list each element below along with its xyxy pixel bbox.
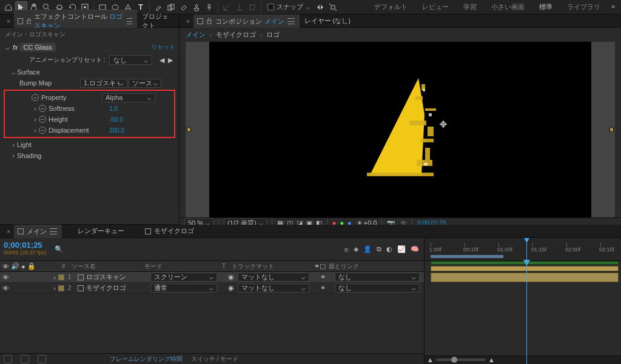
hide-shy-icon[interactable]: 👤 <box>363 245 372 253</box>
timeline-layer-row[interactable]: 👁 › 1 ロゴスキャン スクリーン⌵ ◉ マットなし⌵ ⚭ なし⌵ <box>0 272 424 283</box>
tab-close[interactable]: × <box>2 16 13 27</box>
show-snapshot-icon[interactable]: 👁 <box>400 219 407 227</box>
svg-rect-21 <box>27 21 31 24</box>
tab-timeline-main[interactable]: メイン <box>14 225 62 238</box>
displacement-value[interactable]: 200.0 <box>109 127 124 134</box>
visibility-toggle[interactable]: 👁 <box>2 274 10 281</box>
matte-toggle[interactable]: ◉ <box>228 273 234 281</box>
tab-layer[interactable]: レイヤー (なし) <box>301 15 355 27</box>
tab-close[interactable]: × <box>182 16 192 27</box>
timeline-track-area[interactable]: 1:00f00:15f01:00f01:15f02:00f02:15f03:00… <box>425 238 621 364</box>
viewer-breadcrumb: メイン ‹ モザイクロゴ ‹ ロゴ <box>180 28 621 42</box>
toggle-switches[interactable] <box>4 355 12 363</box>
ws-tab-default[interactable]: デフォルト <box>367 0 415 14</box>
local-axis[interactable] <box>221 1 233 13</box>
anchor-point-icon[interactable] <box>440 121 447 128</box>
layer-handle-left[interactable] <box>187 128 191 132</box>
bump-map-src-select[interactable]: ソース⌵ <box>129 79 161 88</box>
bump-map-layer-select[interactable]: 1.ロゴスキャン⌵ <box>80 79 127 88</box>
svg-point-6 <box>112 5 118 10</box>
snap-checkbox[interactable]: スナップ ⌵ <box>267 2 310 12</box>
tab-close[interactable]: × <box>2 226 13 237</box>
timeline-tracks[interactable]: ▲▲ <box>425 261 621 364</box>
stopwatch-icon[interactable] <box>32 94 39 101</box>
preset-nav[interactable]: ◀▶ <box>158 56 174 64</box>
roto-tool[interactable] <box>190 1 203 13</box>
property-select[interactable]: Alpha⌵ <box>102 93 155 102</box>
draft3d-icon[interactable]: ◈ <box>354 245 358 253</box>
snapping-option2[interactable] <box>327 1 339 13</box>
visibility-toggle[interactable]: 👁 <box>2 285 10 292</box>
ws-tab-learn[interactable]: 学習 <box>456 0 484 14</box>
tab-composition[interactable]: コンポジション メイン <box>193 15 299 28</box>
timeline-zoom-slider[interactable]: ▲▲ <box>425 356 497 364</box>
timeline-layer-row[interactable]: 👁 › 2 モザイクロゴ 通常⌵ ◉ マットなし⌵ ⚭ なし⌵ <box>0 283 424 294</box>
svg-rect-18 <box>331 5 335 9</box>
ruler-tick-label: 02:15f <box>599 247 614 253</box>
height-value[interactable]: -50.0 <box>109 116 123 123</box>
light-group[interactable]: › Light <box>0 139 179 150</box>
view-axis[interactable] <box>246 1 258 13</box>
shading-group[interactable]: › Shading <box>0 150 179 161</box>
reset-link[interactable]: リセット <box>151 43 175 51</box>
ws-tab-review[interactable]: レビュー <box>415 0 456 14</box>
layer-handle-right[interactable] <box>609 128 614 132</box>
ws-tab-standard[interactable]: 標準 <box>532 0 560 14</box>
eraser-tool[interactable] <box>178 1 190 13</box>
timeline-ruler[interactable]: 1:00f00:15f01:00f01:15f02:00f02:15f03:00… <box>425 238 621 261</box>
current-time-indicator[interactable] <box>526 238 527 260</box>
parent-select[interactable]: なし⌵ <box>335 273 420 282</box>
effect-name[interactable]: CC Glass <box>20 43 56 51</box>
svg-rect-7 <box>168 5 172 10</box>
current-time-indicator-line[interactable] <box>526 261 527 364</box>
matte-toggle[interactable]: ◉ <box>228 284 234 292</box>
anim-preset-select[interactable]: なし⌵ <box>109 55 152 65</box>
ws-more[interactable]: » <box>608 0 619 14</box>
label-color[interactable] <box>58 285 64 291</box>
viewer-canvas[interactable] <box>186 42 615 217</box>
world-axis[interactable] <box>233 1 246 13</box>
label-color[interactable] <box>58 274 64 280</box>
svg-rect-8 <box>170 4 174 9</box>
snapping-option[interactable] <box>314 1 326 13</box>
puppet-tool[interactable] <box>203 1 215 13</box>
toggle-in-out[interactable] <box>38 355 46 363</box>
solo-col-icon[interactable]: ● <box>21 263 25 270</box>
tab-render-queue[interactable]: レンダーキュー <box>74 225 129 237</box>
frame-blend-icon[interactable]: ⧉ <box>377 245 381 253</box>
parent-select[interactable]: なし⌵ <box>335 283 420 293</box>
stopwatch-icon[interactable] <box>39 127 46 134</box>
stopwatch-icon[interactable] <box>39 116 46 123</box>
track-matte-select[interactable]: マットなし⌵ <box>238 283 309 293</box>
video-col-icon[interactable]: 👁 <box>2 263 9 270</box>
home-icon[interactable] <box>2 1 15 13</box>
stopwatch-icon[interactable] <box>39 105 46 112</box>
twirl-icon[interactable]: ⌵ <box>4 44 11 51</box>
track-matte-select[interactable]: マットなし⌵ <box>238 273 309 282</box>
twirl-icon[interactable]: › <box>51 274 58 281</box>
timeline-search[interactable]: 🔍 <box>51 238 340 260</box>
highlighted-properties: Property Alpha⌵ › Softness 1.0 › Height … <box>4 90 175 138</box>
pickwhip-icon[interactable]: ⚭ <box>320 284 326 292</box>
composition-flowchart-icon[interactable]: ⎋ <box>344 246 349 253</box>
ws-tab-library[interactable]: ライブラリ <box>560 0 608 14</box>
effect-panel-tabs: × エフェクトコントロール ロゴスキャン プロジェクト <box>0 15 179 28</box>
blend-mode-select[interactable]: 通常⌵ <box>150 283 217 293</box>
toggle-modes[interactable] <box>21 355 29 363</box>
pickwhip-icon[interactable]: ⚭ <box>320 273 326 281</box>
svg-rect-29 <box>420 139 434 142</box>
surface-group[interactable]: ⌵ Surface <box>0 67 179 78</box>
brain-icon[interactable]: 🧠 <box>411 245 419 253</box>
lock-col-icon[interactable]: 🔒 <box>27 262 36 270</box>
tab-timeline-mosaic[interactable]: モザイクロゴ <box>141 225 199 237</box>
blend-mode-select[interactable]: スクリーン⌵ <box>150 273 217 282</box>
timeline-timecode[interactable]: 0;00;01;25 00055 (29.97 fps) <box>0 238 51 260</box>
search-input[interactable] <box>65 246 336 253</box>
softness-value[interactable]: 1.0 <box>109 105 118 112</box>
twirl-icon[interactable]: › <box>51 285 58 292</box>
graph-editor-icon[interactable]: 📈 <box>397 245 406 253</box>
layer-type-icon <box>78 285 84 291</box>
motion-blur-icon[interactable]: ◐ <box>386 245 392 253</box>
audio-col-icon[interactable]: 🔊 <box>11 262 19 270</box>
ws-tab-small[interactable]: 小さい画面 <box>484 0 532 14</box>
